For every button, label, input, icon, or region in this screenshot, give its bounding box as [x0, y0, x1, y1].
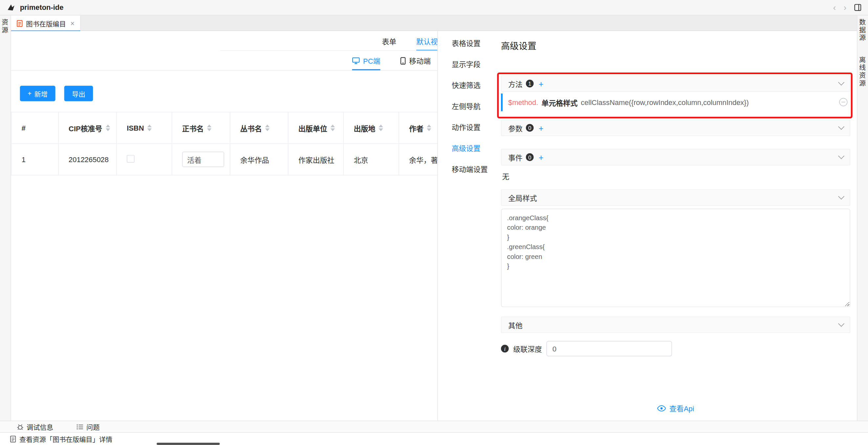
method-section-header[interactable]: 方法 1 +: [501, 75, 850, 92]
event-count-badge: 0: [526, 153, 534, 161]
chevron-down-icon[interactable]: [838, 193, 844, 199]
status-text: 查看资源「图书在版编目」详情: [19, 434, 112, 444]
editor-area: 表单 默认视图 PC端: [11, 31, 437, 420]
chevron-down-icon[interactable]: [838, 153, 844, 159]
other-section-header[interactable]: 其他: [501, 317, 850, 333]
param-section-header[interactable]: 参数 0 +: [501, 120, 850, 136]
title-input[interactable]: [182, 152, 224, 167]
col-header-cip[interactable]: CIP核准号: [58, 112, 117, 144]
debug-icon: [17, 423, 24, 430]
tab-form[interactable]: 表单: [382, 31, 396, 51]
cell-publisher: 作家出版社: [288, 144, 344, 175]
global-style-section: 全局样式 .orangeClass{ color: orange } .gree…: [501, 189, 850, 310]
event-section-header[interactable]: 事件 0 +: [501, 149, 850, 166]
col-header-author[interactable]: 作者: [399, 112, 437, 144]
device-tabs: PC端 移动端: [11, 51, 437, 71]
view-api-link[interactable]: 查看Api: [501, 403, 850, 413]
tab-pc[interactable]: PC端: [352, 51, 380, 70]
col-header-title[interactable]: 正书名: [172, 112, 230, 144]
tab-default-view[interactable]: 默认视图: [416, 31, 437, 51]
event-section: 事件 0 + 无: [501, 149, 850, 182]
cascade-depth-label: 级联深度: [513, 343, 542, 354]
menu-item-table-settings[interactable]: 表格设置: [438, 33, 493, 54]
app-title: primeton-ide: [20, 3, 64, 11]
add-button-label: 新增: [34, 89, 48, 98]
rail-offline-resources-tab[interactable]: 离线资源: [859, 57, 867, 87]
nav-forward-icon[interactable]: ›: [844, 3, 846, 11]
sort-icon[interactable]: [265, 124, 270, 131]
chevron-down-icon[interactable]: [838, 80, 844, 86]
problems-button[interactable]: 问题: [76, 422, 100, 432]
cell-place: 北京: [343, 144, 399, 175]
table-header-row: # CIP核准号 ISBN 正书名 丛书名 出版单位 出版地 作者: [11, 112, 438, 144]
global-style-header[interactable]: 全局样式: [501, 189, 850, 206]
sort-icon[interactable]: [331, 124, 335, 131]
global-style-textarea[interactable]: .orangeClass{ color: orange } .greenClas…: [501, 209, 850, 307]
horizontal-scrollbar-thumb[interactable]: [157, 443, 220, 445]
debug-info-button[interactable]: 调试信息: [17, 422, 53, 432]
sort-icon[interactable]: [378, 124, 383, 131]
global-style-label: 全局样式: [508, 192, 537, 203]
info-icon: i: [501, 345, 509, 353]
method-list-item[interactable]: $method. 单元格样式 cellClassName({row,rowInd…: [501, 94, 850, 111]
settings-menu: 表格设置 显示字段 快速筛选 左侧导航 动作设置 高级设置 移动端设置: [438, 31, 493, 420]
tab-close-icon[interactable]: ×: [70, 19, 74, 27]
app-window: primeton-ide ‹ › 资源 图书在版编目 ×: [0, 0, 868, 445]
chevron-down-icon[interactable]: [838, 123, 844, 130]
export-button[interactable]: 导出: [64, 86, 93, 101]
remove-method-icon[interactable]: [839, 98, 847, 106]
list-icon: [76, 424, 84, 430]
eye-icon: [657, 405, 666, 411]
menu-item-mobile-settings[interactable]: 移动端设置: [438, 159, 493, 181]
document-tab-label: 图书在版编目: [26, 19, 66, 28]
method-signature: cellClassName({row,rowIndex,column,colum…: [581, 98, 749, 106]
monitor-icon: [352, 57, 360, 64]
rail-resources-tab[interactable]: 资源: [1, 19, 9, 34]
isbn-checkbox[interactable]: [127, 155, 134, 162]
cell-isbn: [117, 144, 172, 175]
add-event-icon[interactable]: +: [539, 153, 544, 162]
col-header-index: #: [11, 112, 58, 144]
col-header-isbn[interactable]: ISBN: [117, 112, 172, 144]
sort-icon[interactable]: [427, 124, 431, 131]
col-header-series[interactable]: 丛书名: [230, 112, 288, 144]
add-param-icon[interactable]: +: [539, 123, 544, 133]
cell-title: [172, 144, 230, 175]
tab-mobile[interactable]: 移动端: [400, 51, 431, 70]
other-section-label: 其他: [508, 320, 523, 330]
menu-item-action-settings[interactable]: 动作设置: [438, 117, 493, 138]
event-section-label: 事件: [508, 152, 523, 162]
document-tab-active[interactable]: 图书在版编目 ×: [11, 15, 81, 31]
menu-item-display-fields[interactable]: 显示字段: [438, 54, 493, 75]
tab-mobile-label: 移动端: [409, 56, 431, 66]
col-header-place[interactable]: 出版地: [343, 112, 399, 144]
menu-item-advanced-settings[interactable]: 高级设置: [438, 138, 493, 159]
add-button[interactable]: + 新增: [20, 86, 56, 101]
app-logo-icon: [6, 3, 16, 12]
settings-content: 高级设置 方法 1 + $method.: [493, 31, 857, 420]
document-icon: [17, 20, 23, 27]
sort-icon[interactable]: [106, 124, 110, 131]
layout-toggle-icon[interactable]: [854, 4, 862, 11]
rail-datasource-tab[interactable]: 数据源: [859, 19, 867, 42]
phone-icon: [400, 57, 406, 65]
sort-icon[interactable]: [207, 124, 211, 131]
left-rail: 资源: [0, 15, 11, 420]
debug-bar: 调试信息 问题: [0, 421, 868, 432]
table-row: 1 2012265028 余华作品 作家出版社 北京 余华，著: [11, 144, 438, 175]
plus-icon: +: [28, 90, 32, 97]
chevron-down-icon[interactable]: [838, 321, 844, 327]
resource-doc-icon: [10, 435, 16, 442]
menu-item-left-nav[interactable]: 左侧导航: [438, 96, 493, 117]
debug-info-label: 调试信息: [27, 422, 53, 432]
cascade-depth-input[interactable]: [546, 341, 672, 356]
add-method-icon[interactable]: +: [539, 79, 544, 88]
param-section-label: 参数: [508, 122, 523, 133]
sort-icon[interactable]: [147, 124, 152, 131]
titlebar: primeton-ide ‹ ›: [0, 0, 868, 15]
data-table: # CIP核准号 ISBN 正书名 丛书名 出版单位 出版地 作者 1 2012…: [11, 112, 437, 176]
nav-back-icon[interactable]: ‹: [833, 3, 836, 11]
cell-index: 1: [11, 144, 58, 175]
col-header-publisher[interactable]: 出版单位: [288, 112, 344, 144]
menu-item-quick-filter[interactable]: 快速筛选: [438, 75, 493, 96]
